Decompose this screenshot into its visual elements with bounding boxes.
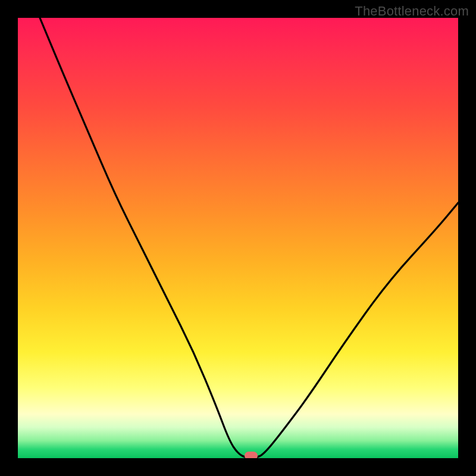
optimal-point-marker <box>245 452 258 458</box>
watermark-text: TheBottleneck.com <box>355 4 469 19</box>
chart-frame: TheBottleneck.com <box>0 0 476 476</box>
bottleneck-curve <box>18 18 458 458</box>
plot-area <box>18 18 458 458</box>
